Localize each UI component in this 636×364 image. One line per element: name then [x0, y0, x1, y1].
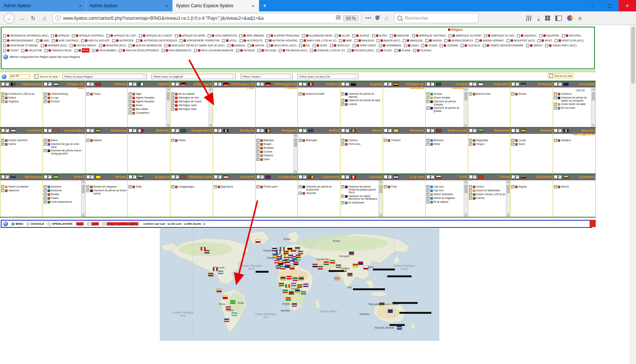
country-select-checkbox[interactable]	[511, 82, 515, 86]
region-checkbox[interactable]	[92, 49, 95, 52]
item-checkbox[interactable]	[129, 96, 132, 99]
region-checkbox[interactable]	[265, 39, 268, 42]
region-checkbox[interactable]	[355, 39, 358, 42]
map-flag-marker[interactable]	[284, 251, 288, 254]
scroll-up-icon[interactable]: ▲	[379, 180, 383, 184]
map-flag-marker[interactable]	[397, 326, 402, 329]
region-item[interactable]: PAYS,	[75, 48, 91, 52]
map-flag-marker[interactable]	[295, 247, 300, 250]
country-select-checkbox[interactable]	[299, 82, 302, 86]
item-checkbox[interactable]	[44, 92, 47, 95]
panel-scrollbar[interactable]: ▲▼	[591, 87, 595, 127]
country-select-checkbox[interactable]	[426, 82, 430, 86]
browser-tab[interactable]: Admin ilyatoo×	[0, 0, 86, 11]
country-visible-checkbox[interactable]	[345, 175, 349, 179]
map-flag-marker[interactable]	[349, 252, 354, 255]
region-item[interactable]: ABONDANCE (FROMAGE) (AOC),	[3, 33, 50, 38]
tab-close-icon[interactable]: ×	[251, 3, 255, 9]
scroll-thumb[interactable]	[209, 92, 212, 100]
region-checkbox[interactable]	[3, 44, 6, 47]
country-visible-checkbox[interactable]	[303, 129, 307, 132]
scroll-thumb[interactable]	[82, 185, 85, 193]
region-checkbox[interactable]	[448, 34, 452, 37]
country-visible-checkbox[interactable]	[431, 175, 434, 179]
region-checkbox[interactable]	[377, 39, 380, 42]
map-provider-option-openlayers[interactable]: OPENLAYERS	[48, 222, 72, 226]
item-checkbox[interactable]	[44, 200, 47, 203]
region-item[interactable]: BAIE,	[339, 38, 353, 43]
country-visible-checkbox[interactable]	[133, 82, 137, 86]
region-checkbox[interactable]	[545, 44, 548, 47]
country-visible-checkbox[interactable]	[175, 82, 179, 86]
region-checkbox[interactable]	[377, 49, 380, 52]
item-checkbox[interactable]	[341, 201, 344, 204]
scroll-down-icon[interactable]: ▼	[81, 213, 85, 217]
item-checkbox[interactable]	[214, 185, 217, 188]
region-item[interactable]: ALPES,	[372, 33, 389, 38]
item-checkbox[interactable]	[171, 92, 174, 95]
item-checkbox[interactable]	[129, 104, 132, 107]
all-on-map-checkbox-right[interactable]	[549, 74, 553, 78]
map-flag-marker[interactable]	[336, 265, 341, 268]
country-visible-checkbox[interactable]	[431, 82, 434, 86]
region-item[interactable]: ARRONDISSEMENT,	[3, 38, 35, 43]
item-checkbox[interactable]	[469, 189, 472, 192]
country-visible-checkbox[interactable]	[388, 129, 392, 132]
item-checkbox[interactable]	[129, 108, 132, 111]
region-checkbox[interactable]	[352, 34, 355, 37]
map-provider-option-google[interactable]: GOOGLE	[27, 222, 44, 226]
country-select-checkbox[interactable]	[554, 129, 558, 132]
region-checkbox[interactable]	[236, 49, 239, 52]
item-checkbox[interactable]	[1, 100, 4, 103]
map-flag-marker[interactable]	[313, 264, 317, 267]
map-flag-marker[interactable]	[335, 277, 339, 280]
region-checkbox[interactable]	[475, 39, 479, 42]
map-flag-marker[interactable]	[276, 250, 281, 253]
country-select-checkbox[interactable]	[44, 82, 48, 86]
country-visible-checkbox[interactable]	[218, 129, 222, 132]
country-visible-checkbox[interactable]	[431, 129, 434, 132]
region-item[interactable]: ALLÉE,	[335, 33, 351, 38]
item-checkbox[interactable]	[341, 139, 344, 142]
region-checkbox[interactable]	[41, 44, 44, 47]
region-item[interactable]: ASTÉROÏDE GÉOCROISEUR,	[136, 38, 178, 43]
world-map[interactable]: Océan Atlantique NordOcéan Pacifique Nor…	[160, 228, 439, 341]
menu-icon[interactable]: ≡	[578, 15, 582, 21]
region-checkbox[interactable]	[379, 44, 382, 47]
map-size-option[interactable]: petit	[87, 222, 99, 226]
scroll-up-icon[interactable]: ▲	[464, 87, 468, 91]
map-flag-marker[interactable]	[289, 291, 294, 294]
region-item[interactable]: AQUEDUC,	[517, 33, 538, 38]
region-item[interactable]: BANON (AOC),	[377, 38, 402, 43]
browser-tab[interactable]: Admin ilyatoo×	[86, 0, 173, 11]
region-checkbox[interactable]	[444, 39, 447, 42]
item-checkbox[interactable]	[171, 100, 174, 103]
region-item[interactable]: MUR DE SÉPARATION,	[129, 43, 163, 48]
item-checkbox[interactable]	[256, 154, 259, 157]
region-checkbox[interactable]	[339, 39, 342, 42]
region-checkbox[interactable]	[164, 44, 167, 47]
country-visible-checkbox[interactable]	[303, 175, 307, 179]
region-item[interactable]: AFRIQUE CENTRALE,	[72, 33, 105, 38]
map-flag-marker[interactable]	[224, 319, 229, 322]
map-flag-marker[interactable]	[299, 277, 304, 280]
item-checkbox[interactable]	[256, 185, 259, 188]
item-checkbox[interactable]	[299, 139, 302, 142]
region-checkbox[interactable]	[555, 39, 558, 42]
map-flag-marker[interactable]	[291, 283, 296, 286]
region-item[interactable]: PICODON (AOC),	[348, 48, 375, 52]
scroll-up-icon[interactable]: ▲	[209, 87, 213, 91]
panel-scrollbar[interactable]: ▲▼	[81, 180, 85, 217]
map-flag-marker[interactable]	[294, 262, 298, 265]
region-checkbox[interactable]	[175, 34, 178, 37]
country-select-checkbox[interactable]	[129, 129, 132, 132]
map-flag-marker[interactable]	[276, 265, 281, 269]
map-flag-marker[interactable]	[330, 260, 335, 263]
radio-button[interactable]	[87, 223, 90, 226]
map-flag-marker[interactable]	[201, 247, 205, 250]
region-item[interactable]: OASIS,	[404, 43, 420, 48]
country-select-checkbox[interactable]	[214, 175, 218, 179]
country-select-checkbox[interactable]	[384, 175, 388, 179]
item-checkbox[interactable]	[86, 189, 89, 192]
map-zoom-icon[interactable]	[3, 221, 8, 226]
